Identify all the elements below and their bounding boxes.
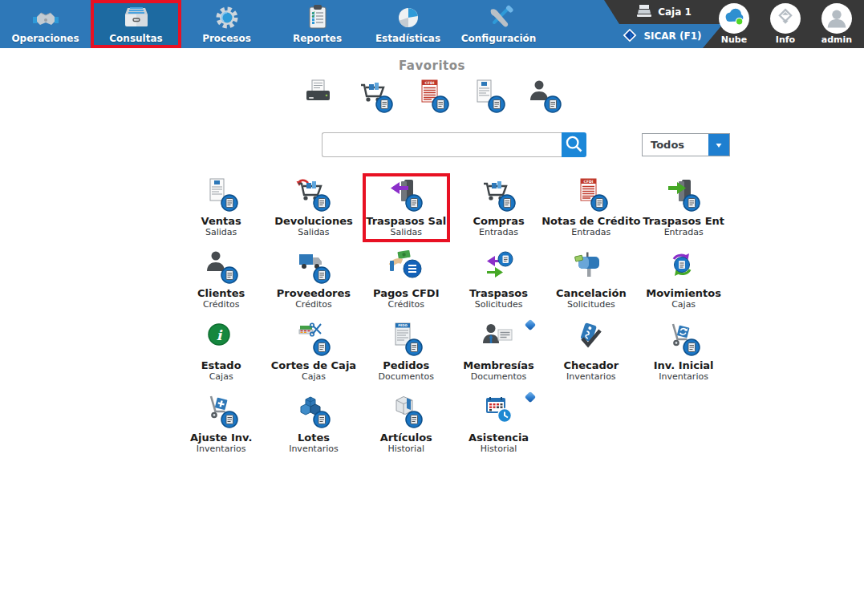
gear-icon <box>213 3 241 32</box>
nav-tab-procesos[interactable]: Procesos <box>181 0 272 48</box>
cubes-icon <box>295 392 332 432</box>
menu-item-checador[interactable]: ChecadorInventarios <box>545 318 637 390</box>
handtruck-cycle-icon <box>665 320 702 360</box>
menu-item-proveedores[interactable]: ProveedoresCréditos <box>267 245 359 318</box>
person-search-icon <box>526 79 563 118</box>
favorite-item-2[interactable] <box>358 81 395 116</box>
menu-item-pedidos[interactable]: PEDDPedidosDocumentos <box>360 318 452 390</box>
menu-item-subtitle: Salidas <box>391 227 422 237</box>
info-diamond-icon <box>770 3 801 34</box>
ticket-search-icon <box>203 176 240 216</box>
payment-icon <box>387 248 424 288</box>
sicar-button[interactable]: SICAR (F1) <box>603 24 720 48</box>
svg-text:CFDI: CFDI <box>424 81 434 85</box>
menu-item-compras[interactable]: ComprasEntradas <box>452 173 545 245</box>
menu-item-inv-inicial[interactable]: Inv. InicialInventarios <box>637 318 729 390</box>
menu-item-lotes[interactable]: LotesInventarios <box>267 390 359 462</box>
nav-tab-label: Consultas <box>109 33 162 44</box>
cloud-status-button[interactable]: Nube <box>710 0 758 48</box>
menu-item-ajuste-inv[interactable]: Ajuste Inv.Inventarios <box>175 390 267 462</box>
menu-item-subtitle: Inventarios <box>197 444 246 454</box>
cash-register-icon <box>635 3 653 21</box>
mailbox-icon <box>573 248 610 288</box>
menu-item-title: Lotes <box>298 432 330 444</box>
menu-item-cortes-de-caja[interactable]: Cortes de CajaCajas <box>267 318 359 390</box>
nav-tab-label: Procesos <box>202 33 251 44</box>
cfdi-doc-icon: CFDI <box>573 176 610 216</box>
menu-item-membresias[interactable]: MembresíasDocumentos <box>452 318 545 390</box>
menu-item-title: Cortes de Caja <box>271 360 356 371</box>
menu-item-subtitle: Créditos <box>295 299 332 310</box>
status-label: Info <box>776 34 795 45</box>
menu-item-title: Compras <box>473 216 524 227</box>
menu-item-title: Movimientos <box>646 288 721 299</box>
tools-icon <box>485 3 513 32</box>
station-indicator: Caja 1 <box>611 0 716 24</box>
menu-item-traspasos-ent[interactable]: Traspasos EntEntradas <box>637 173 729 245</box>
menu-item-notas-de-credito[interactable]: CFDINotas de CréditoEntradas <box>545 173 637 245</box>
favorite-item-3[interactable]: CFDI <box>414 81 451 116</box>
status-label: admin <box>821 34 852 45</box>
top-navigation-bar: Operaciones Consultas Procesos Reportes … <box>0 0 864 48</box>
menu-item-title: Notas de Crédito <box>542 216 640 227</box>
diamond-icon <box>621 26 639 47</box>
menu-item-title: Asistencia <box>469 432 529 444</box>
user-account-button[interactable]: admin <box>813 0 861 48</box>
favorite-item-1[interactable] <box>302 81 339 116</box>
cart-return-icon <box>295 176 332 216</box>
nav-tab-consultas[interactable]: Consultas <box>91 0 181 48</box>
transfer-out-icon <box>387 176 424 216</box>
menu-item-title: Artículos <box>380 432 432 444</box>
nav-tab-reportes[interactable]: Reportes <box>272 0 363 48</box>
svg-text:PEDD: PEDD <box>398 323 408 327</box>
nav-tab-estadisticas[interactable]: Estadísticas <box>363 0 453 48</box>
menu-item-traspasos-sal[interactable]: Traspasos SalSalidas <box>360 173 452 245</box>
menu-item-title: Traspasos <box>469 288 528 299</box>
filter-dropdown[interactable]: Todos <box>642 133 730 156</box>
ticket-search-icon <box>470 79 507 118</box>
menu-item-pagos-cfdi[interactable]: Pagos CFDICréditos <box>360 245 452 318</box>
menu-item-articulos[interactable]: ArtículosHistorial <box>360 390 452 462</box>
clipboard-icon <box>303 3 332 32</box>
menu-item-subtitle: Créditos <box>203 299 240 310</box>
nav-tab-configuracion[interactable]: Configuración <box>453 0 544 48</box>
menu-item-subtitle: Inventarios <box>566 371 616 382</box>
menu-item-title: Ventas <box>201 216 241 227</box>
main-content: Favoritos CFDI Todos VentasSalidasDevolu… <box>0 59 864 462</box>
menu-item-title: Estado <box>201 360 241 371</box>
menu-item-subtitle: Cajas <box>209 371 233 382</box>
menu-item-subtitle: Entradas <box>571 227 610 237</box>
nav-tab-label: Operaciones <box>11 33 79 44</box>
menu-item-subtitle: Historial <box>481 444 517 454</box>
menu-item-clientes[interactable]: ClientesCréditos <box>175 245 267 318</box>
calendar-clock-icon <box>481 392 517 432</box>
menu-item-cancelacion[interactable]: CancelaciónSolicitudes <box>545 245 637 318</box>
menu-item-title: Proveedores <box>277 288 351 299</box>
truck-icon <box>295 248 332 288</box>
menu-item-subtitle: Inventarios <box>289 444 339 454</box>
favorite-item-4[interactable] <box>470 81 507 116</box>
menu-item-traspasos[interactable]: TraspasosSolicitudes <box>452 245 545 318</box>
menu-item-subtitle: Créditos <box>387 299 424 310</box>
menu-item-asistencia[interactable]: AsistenciaHistorial <box>452 390 545 462</box>
search-button[interactable] <box>562 132 586 157</box>
search-icon <box>563 133 585 157</box>
menu-item-subtitle: Inventarios <box>659 371 708 382</box>
menu-item-subtitle: Cajas <box>302 371 326 382</box>
nav-tab-operaciones[interactable]: Operaciones <box>0 0 91 48</box>
person-search-icon <box>203 248 240 288</box>
menu-item-subtitle: Historial <box>388 444 424 454</box>
cfdi-doc-icon: CFDI <box>414 79 451 118</box>
search-row: Todos <box>0 132 864 158</box>
menu-item-movimientos[interactable]: MovimientosCajas <box>637 245 729 318</box>
search-input[interactable] <box>322 132 562 157</box>
print-ticket-icon <box>302 79 339 118</box>
menu-item-devoluciones[interactable]: DevolucionesSalidas <box>267 173 359 245</box>
info-button[interactable]: Info <box>761 0 809 48</box>
svg-text:CFDI: CFDI <box>583 180 593 184</box>
menu-item-ventas[interactable]: VentasSalidas <box>175 173 267 245</box>
favorites-row: CFDI <box>0 79 864 118</box>
menu-item-estado[interactable]: iEstadoCajas <box>175 318 267 390</box>
favorite-item-5[interactable] <box>526 81 563 116</box>
menu-item-title: Inv. Inicial <box>654 360 714 371</box>
